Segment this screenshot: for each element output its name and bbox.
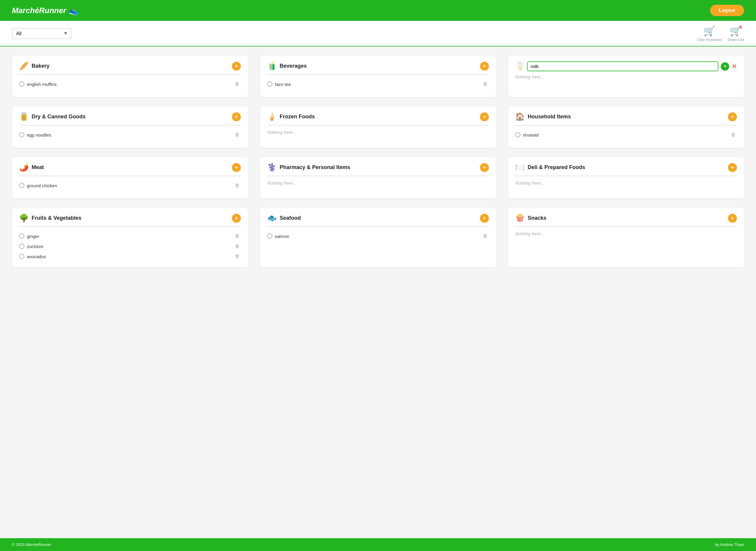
clear-purchased-icon: 🛒 — [704, 25, 715, 37]
category-title: Seafood — [280, 215, 301, 221]
category-icon: 🥖 — [19, 61, 29, 71]
item-checkbox[interactable] — [19, 243, 24, 249]
app-header: MarchéRunner 👟 Logout — [0, 0, 756, 21]
empty-cart-icon: 🛒 ✕ — [730, 25, 742, 37]
delete-item-button[interactable]: 🗑 — [234, 81, 241, 87]
item-name: salmon — [275, 234, 289, 239]
footer-credit: by Andrew Tham — [715, 542, 744, 547]
category-card-bakery: 🥖 Bakery + english muffins 🗑 — [12, 55, 248, 97]
list-item: rinseaid 🗑 — [515, 130, 737, 140]
item-name: zuchinni — [27, 244, 43, 249]
category-card-snacks: 🍿 Snacks + Nothing here... — [508, 207, 744, 267]
category-filter-select[interactable]: All Bakery Beverages Dry & Canned Goods … — [12, 28, 72, 39]
filter-wrapper: All Bakery Beverages Dry & Canned Goods … — [12, 28, 72, 39]
category-card-dairy-add: 🥛 + ✕ Nothing here... — [508, 55, 744, 97]
category-card-beverages: 🧃 Beverages + tazo tea 🗑 — [260, 55, 496, 97]
add-item-confirm-button[interactable]: + — [721, 62, 729, 71]
category-title: Bakery — [32, 63, 49, 69]
add-category-item-button[interactable]: + — [480, 214, 489, 223]
category-title: Frozen Foods — [280, 114, 315, 120]
list-item: zuchinni 🗑 — [19, 241, 241, 251]
nothing-here-label: Nothing here... — [267, 127, 296, 138]
category-icon: 🍦 — [267, 112, 277, 121]
delete-item-button[interactable]: 🗑 — [730, 131, 737, 138]
add-category-item-button[interactable]: + — [232, 62, 241, 71]
nothing-here-label: Nothing here... — [515, 177, 544, 188]
item-checkbox[interactable] — [19, 254, 24, 259]
list-item: ground chicken 🗑 — [19, 180, 241, 190]
empty-cart-button[interactable]: 🛒 ✕ Empty Cart — [728, 25, 744, 41]
delete-item-button[interactable]: 🗑 — [234, 233, 241, 239]
category-title: Meat — [32, 164, 44, 170]
nothing-here-label: Nothing here... — [515, 228, 544, 239]
category-header: ⚕️ Pharmacy & Personal Items + — [267, 163, 489, 176]
category-items: Nothing here... — [515, 231, 737, 236]
delete-item-button[interactable]: 🗑 — [234, 253, 241, 260]
add-category-item-button[interactable]: + — [480, 163, 489, 172]
logout-button[interactable]: Logout — [710, 5, 744, 16]
category-items: english muffins 🗑 — [19, 79, 241, 89]
app-footer: © 2023 MarchéRunner by Andrew Tham — [0, 538, 756, 551]
delete-item-button[interactable]: 🗑 — [234, 182, 241, 189]
category-icon: ⚕️ — [267, 163, 277, 172]
category-header: 🍿 Snacks + — [515, 213, 737, 227]
list-item: tazo tea 🗑 — [267, 79, 489, 89]
category-icon: 🌳 — [19, 213, 29, 223]
logo-text: MarchéRunner — [12, 6, 66, 15]
clear-purchased-button[interactable]: 🛒 Clear Purchased — [697, 25, 722, 41]
item-checkbox[interactable] — [19, 183, 24, 188]
category-title: Household Items — [528, 114, 571, 120]
add-category-item-button[interactable]: + — [232, 112, 241, 121]
main-content: 🥖 Bakery + english muffins 🗑 — [0, 46, 756, 538]
item-checkbox[interactable] — [19, 81, 24, 87]
logo: MarchéRunner 👟 — [12, 6, 79, 15]
add-item-input[interactable] — [527, 61, 718, 71]
add-category-item-button[interactable]: + — [728, 112, 737, 121]
delete-item-button[interactable]: 🗑 — [482, 233, 489, 239]
nothing-here-label: Nothing here... — [515, 71, 544, 82]
item-checkbox[interactable] — [19, 233, 24, 239]
category-icon: 🍽️ — [515, 163, 525, 172]
add-category-item-button[interactable]: + — [728, 163, 737, 172]
add-category-item-button[interactable]: + — [728, 214, 737, 223]
delete-item-button[interactable]: 🗑 — [482, 81, 489, 87]
delete-item-button[interactable]: 🗑 — [234, 131, 241, 138]
item-checkbox[interactable] — [267, 233, 272, 239]
category-icon: 🌶️ — [19, 163, 29, 172]
list-item: english muffins 🗑 — [19, 79, 241, 89]
add-category-item-button[interactable]: + — [232, 163, 241, 172]
item-checkbox[interactable] — [515, 132, 521, 137]
add-category-item-button[interactable]: + — [480, 62, 489, 71]
empty-cart-label: Empty Cart — [728, 38, 744, 41]
category-items: ground chicken 🗑 — [19, 180, 241, 190]
item-checkbox[interactable] — [267, 81, 272, 87]
item-name: english muffins — [27, 82, 57, 87]
delete-item-button[interactable]: 🗑 — [234, 243, 241, 249]
nothing-here-label: Nothing here... — [267, 177, 296, 188]
add-category-item-button[interactable]: + — [232, 214, 241, 223]
category-card-pharmacy: ⚕️ Pharmacy & Personal Items + Nothing h… — [260, 157, 496, 198]
item-name: avocados — [27, 254, 46, 259]
add-category-item-button[interactable]: + — [480, 112, 489, 121]
category-card-deli: 🍽️ Deli & Prepared Foods + Nothing here.… — [508, 157, 744, 198]
item-name: egg noodles — [27, 132, 51, 137]
category-header: 🧃 Beverages + — [267, 61, 489, 75]
category-title: Pharmacy & Personal Items — [280, 164, 350, 170]
add-item-cancel-button[interactable]: ✕ — [732, 63, 737, 70]
category-items: Nothing here... — [515, 180, 737, 186]
category-items: ginger 🗑 zuchinni 🗑 — [19, 231, 241, 261]
category-card-household: 🏠 Household Items + rinseaid 🗑 — [508, 106, 744, 148]
dairy-icon: 🥛 — [515, 62, 525, 71]
category-title: Beverages — [280, 63, 307, 69]
footer-copyright: © 2023 MarchéRunner — [12, 542, 51, 547]
category-icon: 🍿 — [515, 213, 525, 223]
sub-header: All Bakery Beverages Dry & Canned Goods … — [0, 21, 756, 46]
category-card-frozen-foods: 🍦 Frozen Foods + Nothing here... — [260, 106, 496, 148]
category-card-seafood: 🐟 Seafood + salmon 🗑 — [260, 207, 496, 267]
item-checkbox[interactable] — [19, 132, 24, 137]
item-name: tazo tea — [275, 82, 291, 87]
list-item: egg noodles 🗑 — [19, 130, 241, 140]
category-header: 🥫 Dry & Canned Goods + — [19, 112, 241, 125]
category-title: Deli & Prepared Foods — [528, 164, 585, 170]
category-header: 🏠 Household Items + — [515, 112, 737, 125]
